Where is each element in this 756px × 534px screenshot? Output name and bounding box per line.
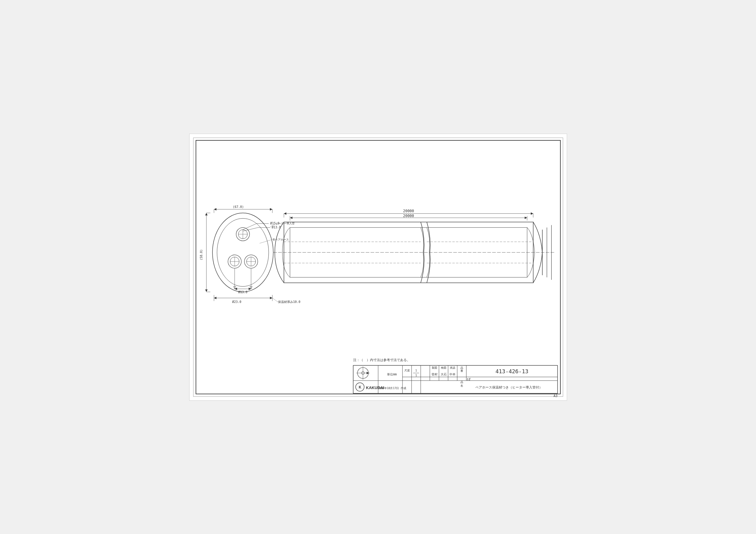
svg-point-0 [212, 213, 273, 292]
svg-marker-33 [205, 213, 207, 215]
svg-text:壱ペアホース: 壱ペアホース [272, 238, 288, 241]
svg-text:1: 1 [415, 369, 417, 372]
svg-text:2018年10月17日 作成: 2018年10月17日 作成 [378, 387, 406, 390]
svg-text:Ø13.0: Ø13.0 [238, 290, 247, 293]
svg-marker-18 [270, 208, 272, 210]
svg-text:製図: 製図 [431, 366, 437, 369]
svg-text:K: K [359, 385, 362, 389]
svg-text:登村: 登村 [431, 373, 437, 376]
svg-text:20000: 20000 [403, 214, 414, 218]
svg-marker-17 [214, 208, 216, 210]
svg-text:承認: 承認 [450, 366, 455, 369]
svg-text:Ø13.0: Ø13.0 [272, 226, 281, 229]
svg-text:(67.0): (67.0) [233, 205, 244, 209]
svg-text:A3: A3 [554, 394, 557, 398]
svg-text:413-426-13: 413-426-13 [495, 368, 528, 374]
svg-marker-48 [270, 296, 272, 299]
svg-marker-90 [366, 372, 369, 374]
svg-text:tE: tE [466, 377, 471, 381]
svg-text:20000: 20000 [403, 209, 414, 213]
svg-marker-47 [214, 296, 216, 299]
svg-marker-71 [290, 216, 292, 219]
svg-point-1 [217, 218, 269, 286]
svg-line-20 [243, 223, 256, 230]
svg-text:(58.0): (58.0) [200, 249, 203, 260]
svg-text:1: 1 [415, 374, 417, 377]
svg-text:ペアホース保温材つき（ヒーター導入管付）: ペアホース保温材つき（ヒーター導入管付） [475, 385, 542, 389]
svg-text:検図: 検図 [441, 366, 446, 369]
svg-line-51 [272, 298, 278, 302]
svg-text:番: 番 [460, 369, 463, 372]
svg-text:保温材厚み10.0: 保温材厚み10.0 [278, 300, 300, 303]
svg-text:注：（　）内寸法は参考寸法である。: 注：（ ）内寸法は参考寸法である。 [353, 358, 410, 362]
svg-text:中本: 中本 [449, 373, 456, 376]
svg-text:ヒーター導入管: ヒーター導入管 [275, 222, 294, 225]
svg-text:名: 名 [460, 384, 463, 387]
svg-text:大石: 大石 [440, 373, 446, 376]
svg-text:品: 品 [460, 381, 463, 384]
svg-text:尺度: 尺度 [404, 369, 410, 372]
svg-text:品: 品 [460, 366, 463, 369]
svg-line-28 [259, 240, 272, 243]
svg-marker-72 [525, 216, 527, 219]
svg-text:Ø23.0: Ø23.0 [232, 300, 241, 303]
page: (67.0) Ø15.0 Ø13.0 ヒーター導入管 壱ペアホース (58.0) [189, 134, 567, 401]
svg-marker-34 [205, 289, 207, 292]
svg-text:単位mm: 単位mm [387, 373, 396, 376]
svg-marker-66 [530, 212, 533, 215]
main-drawing: (67.0) Ø15.0 Ø13.0 ヒーター導入管 壱ペアホース (58.0) [190, 134, 567, 400]
svg-marker-65 [284, 212, 286, 215]
